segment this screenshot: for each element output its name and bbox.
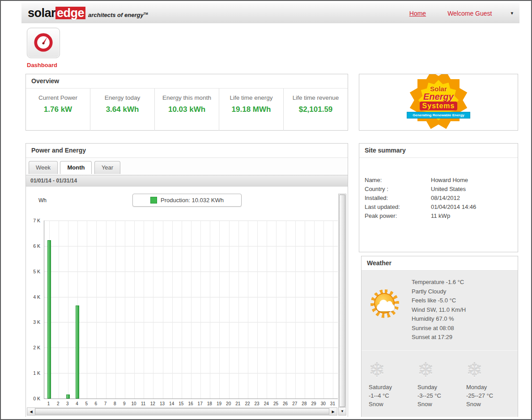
forecast-temp: -1--4 °C [369, 391, 417, 400]
x-axis-tick-label: 6 [91, 401, 100, 406]
horizontal-scrollbar-thumb[interactable] [35, 408, 329, 415]
x-axis-tick-label: 4 [72, 401, 81, 406]
gridline-v [276, 221, 277, 399]
legend-swatch-production [150, 197, 157, 204]
tab-week[interactable]: Week [29, 161, 58, 174]
horizontal-scrollbar[interactable]: ◀ ▶ [27, 407, 337, 416]
forecast-condition: Snow [369, 400, 417, 408]
gridline-v [125, 221, 125, 399]
gridline-v [295, 221, 296, 399]
metric-current-power: Current Power 1.76 kW [26, 89, 90, 131]
header-bar: solar edge architects of energyTM Home W… [21, 3, 519, 23]
metric-value: $2,101.59 [284, 105, 348, 114]
gridline-v [305, 221, 305, 399]
forecast-day: Sunday [417, 383, 466, 391]
metric-label: Energy today [90, 94, 154, 101]
welcome-guest-label[interactable]: Welcome Guest [447, 10, 492, 17]
vertical-scrollbar-thumb[interactable] [339, 195, 345, 407]
brand-banner: Generating Renewable Energy [407, 112, 470, 119]
x-axis-tick-label: 7 [101, 401, 110, 406]
chart-tabs: Week Month Year [26, 158, 348, 175]
chart-plot [44, 221, 338, 399]
production-bar-day-4[interactable] [76, 305, 79, 399]
solar-energy-systems-logo: Solar Energy Systems Generating Renewabl… [392, 74, 485, 130]
x-axis-tick-label: 22 [243, 401, 252, 406]
forecast-temp: -3--25 °C [417, 391, 466, 400]
site-summary-rows: Name: Howard Home Country : United State… [359, 158, 518, 221]
tab-year[interactable]: Year [94, 161, 120, 174]
power-energy-title: Power and Energy [26, 144, 348, 158]
dashboard-button[interactable] [27, 28, 60, 58]
x-axis-tick-label: 28 [300, 401, 309, 406]
x-axis-tick-label: 9 [120, 401, 129, 406]
x-axis-tick-label: 23 [252, 401, 261, 406]
weather-panel: Weather Temperature -1.6 °C Partly Cloud… [361, 256, 518, 417]
y-axis-tick-label: 1 K [26, 370, 40, 376]
x-axis-tick-label: 19 [214, 401, 223, 406]
power-energy-panel: Power and Energy Week Month Year 01/01/1… [26, 143, 348, 417]
scroll-left-icon[interactable]: ◀ [27, 408, 35, 415]
metric-label: Energy this month [155, 94, 219, 101]
brand-line2: Energy [423, 92, 454, 102]
x-axis-tick-label: 31 [328, 401, 337, 406]
logo-edge-text: edge [55, 7, 85, 19]
gridline-v [257, 221, 258, 399]
cloud-shape [377, 304, 395, 311]
tagline-text: architects of energy [88, 12, 144, 18]
x-axis-tick-label: 15 [177, 401, 186, 406]
site-row-label: Last updated: [365, 203, 431, 212]
snowflake-icon: ❄ [466, 358, 515, 383]
site-row-label: Peak power: [365, 212, 431, 221]
x-axis-tick-label: 5 [82, 401, 91, 406]
weather-forecast: ❄ Saturday -1--4 °C Snow ❄ Sunday -3--25… [362, 350, 518, 408]
legend-label: Production: 10.032 KWh [161, 197, 224, 204]
y-axis-tick-label: 0 K [26, 396, 40, 401]
site-row-country: Country : United States [365, 185, 512, 194]
gridline-v [96, 221, 97, 399]
installer-logo-panel: Solar Energy Systems Generating Renewabl… [359, 74, 518, 131]
forecast-day: Saturday [369, 383, 417, 391]
gridline-v [59, 221, 59, 399]
x-axis-tick-label: 12 [148, 401, 157, 406]
site-row-label: Name: [365, 176, 431, 185]
site-summary-title: Site summary [359, 144, 518, 158]
brand-text: Solar Energy Systems Generating Renewabl… [392, 74, 485, 130]
metric-value: 10.03 kWh [155, 105, 219, 114]
gridline-v [191, 221, 192, 399]
home-link[interactable]: Home [409, 10, 426, 17]
forecast-saturday: ❄ Saturday -1--4 °C Snow [369, 358, 417, 408]
metric-value: 19.18 MWh [219, 105, 283, 114]
site-row-installed: Installed: 08/14/2012 [365, 194, 512, 203]
x-axis-tick-label: 29 [309, 401, 318, 406]
x-axis-tick-label: 25 [271, 401, 280, 406]
gridline-v [182, 221, 182, 399]
x-axis-tick-label: 11 [139, 401, 148, 406]
gridline-v [134, 221, 135, 399]
scroll-down-icon[interactable]: ▼ [339, 407, 346, 415]
x-axis-tick-label: 30 [319, 401, 328, 406]
y-axis-tick-label: 5 K [26, 269, 40, 274]
production-bar-day-1[interactable] [47, 240, 51, 399]
production-bar-day-3[interactable] [66, 395, 70, 399]
vertical-scrollbar[interactable]: ▼ [338, 194, 346, 416]
site-row-value: 11 kWp [431, 212, 512, 221]
user-menu-caret-icon[interactable]: ▾ [511, 10, 513, 16]
scroll-right-icon[interactable]: ▶ [329, 408, 337, 415]
site-row-peak-power: Peak power: 11 kWp [365, 212, 512, 221]
brand-line3: Systems [420, 102, 458, 110]
gridline-v [333, 221, 333, 399]
forecast-monday: ❄ Monday -25--27 °C Snow [466, 358, 515, 408]
overview-metrics: Current Power 1.76 kW Energy today 3.64 … [26, 89, 348, 131]
tab-month[interactable]: Month [60, 161, 92, 174]
trademark-symbol: TM [144, 12, 148, 15]
dashboard-label: Dashboard [27, 62, 67, 68]
metric-lifetime-revenue: Life time revenue $2,101.59 [284, 89, 348, 131]
x-axis-tick-label: 18 [205, 401, 214, 406]
logo-solar-text: solar [28, 6, 55, 20]
x-axis-tick-label: 17 [196, 401, 204, 406]
forecast-condition: Snow [417, 400, 466, 408]
weather-sunrise: Sunrise at 08:08 [412, 324, 514, 333]
gridline-v [229, 221, 230, 399]
snowflake-icon: ❄ [369, 358, 417, 383]
forecast-sunday: ❄ Sunday -3--25 °C Snow [417, 358, 466, 408]
